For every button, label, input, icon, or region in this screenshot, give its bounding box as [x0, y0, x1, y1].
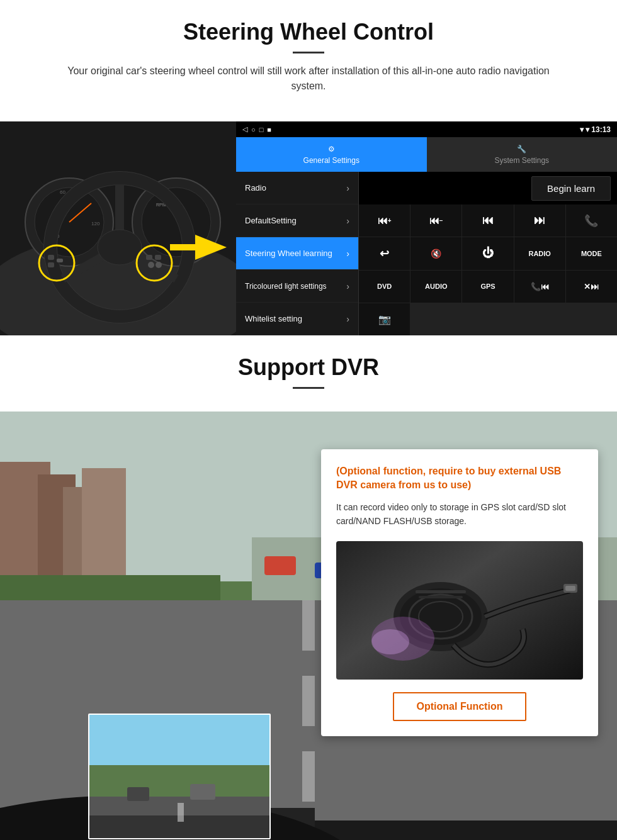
menu-item-radio[interactable]: Radio ›	[236, 172, 358, 204]
general-settings-icon: ⚙	[328, 145, 335, 154]
dvr-camera-image	[336, 541, 583, 680]
svg-rect-52	[178, 803, 184, 822]
dvr-divider	[293, 387, 324, 389]
svg-point-24	[148, 262, 154, 268]
dvr-title-area: Support DVR	[0, 335, 617, 412]
controls-top: Begin learn	[359, 172, 617, 204]
svg-rect-20	[48, 262, 54, 267]
menu-tricolour-label: Tricoloured light settings	[245, 282, 327, 291]
home-icon[interactable]: ○	[251, 126, 256, 133]
svg-rect-54	[190, 784, 215, 800]
steering-demo: 0 60 120 RPM	[0, 121, 617, 335]
menu-default-chevron: ›	[346, 216, 349, 226]
menu-radio-label: Radio	[245, 183, 266, 193]
controls-grid: ⏮+ ⏮− ⏮ ⏭ 📞 ↩ 🔇 ⏻ RADIO MODE DVD AUDIO G…	[359, 204, 617, 335]
ctrl-phone[interactable]: 📞	[566, 204, 617, 237]
general-settings-tab[interactable]: ⚙ General Settings	[236, 137, 427, 172]
menu-steering-chevron: ›	[346, 249, 349, 259]
ctrl-mute[interactable]: 🔇	[410, 237, 461, 269]
android-statusbar: ◁ ○ □ ■ ▾ ▾ 13:13	[236, 121, 617, 137]
menu-radio-chevron: ›	[346, 183, 349, 193]
ctrl-mode[interactable]: MODE	[566, 237, 617, 269]
svg-rect-39	[264, 556, 296, 575]
steering-subtitle: Your original car's steering wheel contr…	[50, 64, 567, 94]
svg-rect-62	[565, 586, 575, 591]
dvr-background: (Optional function, require to buy exter…	[0, 412, 617, 840]
begin-learn-button[interactable]: Begin learn	[531, 176, 611, 201]
signal-icon: ▾	[580, 125, 584, 134]
dvr-info-title: (Optional function, require to buy exter…	[336, 464, 583, 493]
svg-rect-60	[419, 596, 463, 598]
ctrl-vol-down[interactable]: ⏮−	[410, 204, 461, 237]
ctrl-x-next[interactable]: ✕⏭	[566, 271, 617, 303]
svg-rect-38	[302, 751, 315, 802]
ctrl-back[interactable]: ↩	[359, 237, 410, 269]
android-content: Radio › DefaultSetting › Steering Wheel …	[236, 172, 617, 335]
svg-rect-19	[48, 255, 54, 260]
dvr-thumbnail-image	[89, 715, 271, 839]
svg-rect-21	[57, 259, 63, 262]
ctrl-gps[interactable]: GPS	[462, 271, 513, 303]
dvr-section: Support DVR	[0, 335, 617, 840]
android-topbar: ⚙ General Settings 🔧 System Settings	[236, 137, 617, 172]
dvr-thumbnail	[88, 714, 271, 839]
svg-point-25	[156, 262, 162, 268]
steering-header: Steering Wheel Control Your original car…	[0, 0, 617, 121]
steering-section: Steering Wheel Control Your original car…	[0, 0, 617, 335]
dvr-title: Support DVR	[25, 354, 592, 381]
general-settings-label: General Settings	[303, 156, 359, 165]
menu-tricolour-chevron: ›	[346, 281, 349, 291]
menu-item-steering[interactable]: Steering Wheel learning ›	[236, 237, 358, 270]
svg-point-16	[98, 230, 142, 265]
ctrl-radio[interactable]: RADIO	[514, 237, 565, 269]
dvr-info-card: (Optional function, require to buy exter…	[321, 449, 598, 736]
svg-rect-37	[302, 676, 315, 726]
ctrl-prev[interactable]: ⏮	[462, 204, 513, 237]
system-settings-icon: 🔧	[517, 145, 526, 154]
system-settings-label: System Settings	[494, 156, 549, 165]
recent-icon[interactable]: □	[259, 126, 264, 133]
system-settings-tab[interactable]: 🔧 System Settings	[427, 137, 618, 172]
menu-item-tricolour[interactable]: Tricoloured light settings ›	[236, 270, 358, 303]
ctrl-power[interactable]: ⏻	[462, 237, 513, 269]
android-menu: Radio › DefaultSetting › Steering Wheel …	[236, 172, 359, 335]
svg-rect-23	[155, 255, 161, 260]
svg-text:120: 120	[91, 221, 100, 227]
statusbar-right: ▾ ▾ 13:13	[580, 125, 611, 134]
ctrl-phone-prev[interactable]: 📞⏮	[514, 271, 565, 303]
steering-wheel-graphic: 0 60 120 RPM	[0, 121, 236, 335]
android-ui-panel: ◁ ○ □ ■ ▾ ▾ 13:13 ⚙ General Settings	[236, 121, 617, 335]
ctrl-audio[interactable]: AUDIO	[410, 271, 461, 303]
svg-rect-53	[127, 787, 149, 801]
statusbar-left: ◁ ○ □ ■	[242, 125, 271, 133]
steering-photo: 0 60 120 RPM	[0, 121, 236, 335]
menu-whitelist-chevron: ›	[346, 314, 349, 324]
ctrl-camera[interactable]: 📷	[359, 303, 410, 335]
optional-function-button[interactable]: Optional Function	[393, 692, 527, 721]
menu-icon[interactable]: ■	[267, 126, 271, 133]
wifi-icon: ▾	[586, 125, 589, 134]
menu-default-label: DefaultSetting	[245, 216, 297, 225]
svg-rect-59	[416, 590, 466, 593]
dvr-info-body: It can record video only to storage in G…	[336, 500, 583, 529]
svg-point-64	[371, 629, 409, 654]
status-time: 13:13	[591, 125, 611, 134]
ctrl-next[interactable]: ⏭	[514, 204, 565, 237]
back-icon[interactable]: ◁	[242, 125, 247, 133]
svg-text:60: 60	[60, 189, 65, 195]
ctrl-vol-up[interactable]: ⏮+	[359, 204, 410, 237]
menu-item-default[interactable]: DefaultSetting ›	[236, 204, 358, 237]
menu-steering-label: Steering Wheel learning	[245, 249, 332, 258]
steering-divider	[293, 52, 324, 53]
svg-rect-36	[302, 600, 315, 651]
svg-rect-22	[146, 255, 152, 260]
android-controls: Begin learn ⏮+ ⏮− ⏮ ⏭ 📞 ↩ 🔇 ⏻ RADIO MODE…	[359, 172, 617, 335]
dvr-camera-svg	[340, 547, 579, 673]
menu-item-whitelist[interactable]: Whitelist setting ›	[236, 303, 358, 335]
steering-title: Steering Wheel Control	[25, 19, 592, 45]
ctrl-dvd[interactable]: DVD	[359, 271, 410, 303]
menu-whitelist-label: Whitelist setting	[245, 314, 302, 323]
